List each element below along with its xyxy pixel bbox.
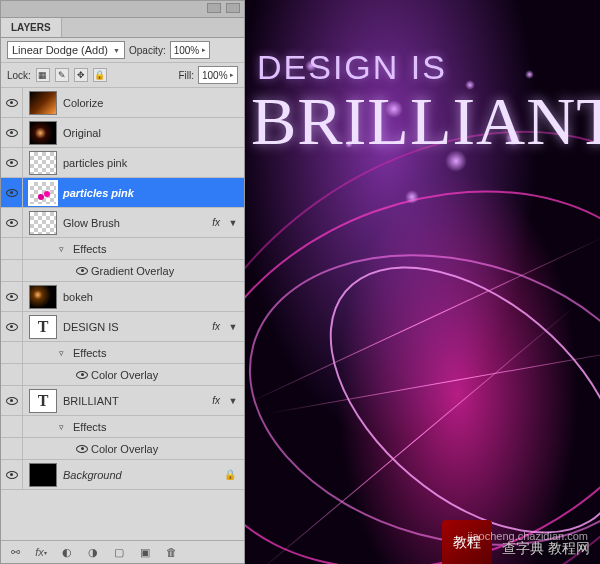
- canvas-preview: DESIGN IS BRILLIANT 教程 jiaocheng.chazidi…: [245, 0, 600, 564]
- chevron-right-icon: ▸: [230, 71, 234, 79]
- layer-name[interactable]: particles pink: [63, 153, 244, 173]
- tab-layers[interactable]: LAYERS: [1, 18, 62, 37]
- eye-icon: [6, 99, 18, 107]
- effect-item[interactable]: Color Overlay: [1, 364, 244, 386]
- layer-name[interactable]: particles pink: [63, 183, 244, 203]
- opacity-value: 100%: [174, 45, 200, 56]
- lock-paint-icon[interactable]: ✎: [55, 68, 69, 82]
- effect-name: Color Overlay: [91, 439, 244, 459]
- visibility-toggle[interactable]: [1, 118, 23, 147]
- layer-row[interactable]: TBRILLIANTfx▼: [1, 386, 244, 416]
- chevron-down-icon[interactable]: ▿: [59, 422, 73, 432]
- layer-row[interactable]: particles pink: [1, 178, 244, 208]
- effects-label: Effects: [73, 417, 244, 437]
- layer-thumbnail[interactable]: [29, 121, 57, 145]
- layer-thumbnail[interactable]: [29, 463, 57, 487]
- eye-icon: [76, 267, 88, 275]
- chevron-down-icon[interactable]: ▼: [226, 322, 240, 332]
- delete-layer-icon[interactable]: 🗑: [163, 545, 179, 559]
- visibility-toggle[interactable]: [1, 282, 23, 311]
- visibility-toggle[interactable]: [1, 208, 23, 237]
- fx-badge: fx: [212, 217, 220, 228]
- effect-name: Color Overlay: [91, 365, 244, 385]
- eye-icon: [6, 129, 18, 137]
- blend-mode-select[interactable]: Linear Dodge (Add) ▼: [7, 41, 125, 59]
- fill-input[interactable]: 100% ▸: [198, 66, 238, 84]
- layer-mask-icon[interactable]: ◐: [59, 545, 75, 559]
- chevron-right-icon: ▸: [202, 46, 206, 54]
- collapse-icon[interactable]: [207, 3, 221, 13]
- effect-name: Gradient Overlay: [91, 261, 244, 281]
- group-icon[interactable]: ▢: [111, 545, 127, 559]
- new-layer-icon[interactable]: ▣: [137, 545, 153, 559]
- visibility-toggle[interactable]: [1, 416, 23, 437]
- watermark-badge: 教程: [442, 520, 492, 564]
- effect-item[interactable]: Color Overlay: [1, 438, 244, 460]
- canvas-text-line2: BRILLIANT: [251, 82, 600, 161]
- layer-thumbnail[interactable]: [29, 285, 57, 309]
- lock-all-icon[interactable]: 🔒: [93, 68, 107, 82]
- layer-thumbnail[interactable]: T: [29, 389, 57, 413]
- layer-row[interactable]: bokeh: [1, 282, 244, 312]
- visibility-toggle[interactable]: [1, 312, 23, 341]
- fill-label: Fill:: [178, 70, 194, 81]
- lock-transparent-icon[interactable]: ▦: [36, 68, 50, 82]
- effects-row[interactable]: ▿Effects: [1, 238, 244, 260]
- visibility-toggle[interactable]: [1, 364, 23, 385]
- chevron-down-icon: ▼: [113, 47, 120, 54]
- lock-label: Lock:: [7, 70, 31, 81]
- eye-icon: [76, 445, 88, 453]
- fx-badge: fx: [212, 395, 220, 406]
- effect-item[interactable]: Gradient Overlay: [1, 260, 244, 282]
- visibility-toggle[interactable]: [1, 148, 23, 177]
- eye-icon: [6, 471, 18, 479]
- chevron-down-icon[interactable]: ▿: [59, 348, 73, 358]
- layer-name[interactable]: bokeh: [63, 287, 244, 307]
- opacity-input[interactable]: 100% ▸: [170, 41, 210, 59]
- visibility-toggle[interactable]: [1, 342, 23, 363]
- eye-icon: [6, 159, 18, 167]
- chevron-down-icon[interactable]: ▿: [59, 244, 73, 254]
- visibility-toggle[interactable]: [1, 460, 23, 489]
- watermark-main: 查字典 教程网: [502, 540, 590, 558]
- eye-icon: [6, 189, 18, 197]
- layer-name[interactable]: Background: [63, 465, 224, 485]
- chevron-down-icon[interactable]: ▼: [226, 396, 240, 406]
- menu-icon[interactable]: [226, 3, 240, 13]
- chevron-down-icon[interactable]: ▼: [226, 218, 240, 228]
- panel-footer: ⚯ fx▾ ◐ ◑ ▢ ▣ 🗑: [1, 540, 244, 563]
- visibility-toggle[interactable]: [1, 438, 23, 459]
- layer-name[interactable]: DESIGN IS: [63, 317, 212, 337]
- layer-row[interactable]: Colorize: [1, 88, 244, 118]
- layer-thumbnail[interactable]: [29, 211, 57, 235]
- link-layers-icon[interactable]: ⚯: [7, 545, 23, 559]
- layer-name[interactable]: Glow Brush: [63, 213, 212, 233]
- layer-row[interactable]: particles pink: [1, 148, 244, 178]
- effects-row[interactable]: ▿Effects: [1, 342, 244, 364]
- lock-move-icon[interactable]: ✥: [74, 68, 88, 82]
- fx-badge: fx: [212, 321, 220, 332]
- visibility-toggle[interactable]: [1, 386, 23, 415]
- blend-opacity-row: Linear Dodge (Add) ▼ Opacity: 100% ▸: [1, 38, 244, 63]
- adjustment-layer-icon[interactable]: ◑: [85, 545, 101, 559]
- layer-name[interactable]: Colorize: [63, 93, 244, 113]
- layer-thumbnail[interactable]: [29, 91, 57, 115]
- layer-row[interactable]: TDESIGN ISfx▼: [1, 312, 244, 342]
- layer-row[interactable]: Background🔒: [1, 460, 244, 490]
- layer-name[interactable]: Original: [63, 123, 244, 143]
- layer-row[interactable]: Glow Brushfx▼: [1, 208, 244, 238]
- layer-name[interactable]: BRILLIANT: [63, 391, 212, 411]
- visibility-toggle[interactable]: [1, 238, 23, 259]
- effects-row[interactable]: ▿Effects: [1, 416, 244, 438]
- visibility-toggle[interactable]: [1, 178, 23, 207]
- eye-icon: [76, 371, 88, 379]
- effects-label: Effects: [73, 343, 244, 363]
- visibility-toggle[interactable]: [1, 88, 23, 117]
- layer-thumbnail[interactable]: [29, 151, 57, 175]
- layer-style-icon[interactable]: fx▾: [33, 545, 49, 559]
- layer-thumbnail[interactable]: T: [29, 315, 57, 339]
- eye-icon: [6, 397, 18, 405]
- layer-row[interactable]: Original: [1, 118, 244, 148]
- layer-thumbnail[interactable]: [29, 181, 57, 205]
- visibility-toggle[interactable]: [1, 260, 23, 281]
